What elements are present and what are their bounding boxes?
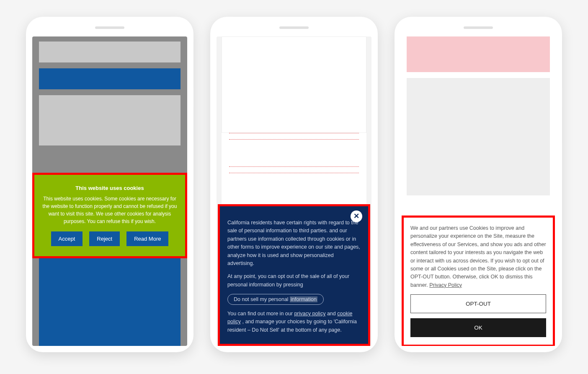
phone-side-button (562, 143, 563, 180)
privacy-banner-paragraph: At any point, you can opt out of the sal… (227, 273, 361, 289)
do-not-sell-button[interactable]: Do not sell my personal information (227, 294, 324, 305)
phone-mockup-3: We and our partners use Cookies to impro… (395, 17, 562, 352)
phone-speaker (279, 26, 309, 29)
privacy-text: and (327, 311, 337, 317)
cookie-banner-title: This website uses cookies (42, 184, 178, 192)
cookie-banner: This website uses cookies This website u… (34, 175, 185, 256)
privacy-policy-link[interactable]: privacy policy (294, 311, 325, 317)
phone-side-button (193, 88, 195, 107)
dnsmpi-label-a: Do not sell my personal (234, 296, 290, 302)
privacy-banner-paragraph: You can find out more in our privacy pol… (227, 310, 361, 334)
privacy-policy-link[interactable]: Privacy Policy (429, 282, 462, 288)
cookie-text: We and our partners use Cookies to impro… (410, 225, 546, 288)
accept-button[interactable]: Accept (51, 231, 83, 246)
reject-button[interactable]: Reject (89, 231, 120, 246)
content-placeholder (39, 95, 181, 145)
highlight-box: ✕ California residents have certain righ… (218, 204, 370, 346)
privacy-banner: ✕ California residents have certain righ… (220, 206, 368, 344)
content-placeholder (407, 36, 550, 72)
phone-mockup-2: ✕ California residents have certain righ… (210, 17, 378, 352)
phone-side-button (562, 88, 563, 107)
content-placeholder (39, 42, 181, 62)
phone-side-button (378, 143, 379, 180)
content-placeholder (229, 173, 359, 173)
phone-speaker (95, 26, 124, 29)
phone-mockup-1: This website uses cookies This website u… (26, 17, 193, 352)
cookie-banner: We and our partners use Cookies to impro… (404, 218, 553, 345)
phone-screen-3: We and our partners use Cookies to impro… (401, 36, 556, 346)
content-placeholder (39, 249, 181, 346)
content-placeholder (229, 166, 359, 167)
privacy-text: , and manage your choices by going to 'C… (227, 319, 357, 332)
cookie-banner-description: This website uses cookies. Some cookies … (42, 195, 178, 225)
cookie-banner-text: We and our partners use Cookies to impro… (410, 224, 546, 289)
highlight-box: This website uses cookies This website u… (32, 173, 187, 258)
phone-screen-1: This website uses cookies This website u… (32, 36, 187, 346)
ok-button[interactable]: OK (410, 318, 546, 337)
phone-side-button (193, 143, 195, 180)
phone-speaker (464, 26, 493, 29)
privacy-text: You can find out more in our (227, 311, 294, 317)
content-placeholder (39, 68, 181, 89)
content-placeholder (222, 36, 366, 133)
content-placeholder (229, 139, 359, 140)
cookie-banner-buttons: Accept Reject Read More (42, 231, 178, 246)
content-placeholder (407, 78, 550, 195)
privacy-banner-paragraph: California residents have certain rights… (227, 219, 361, 268)
phone-screen-2: ✕ California residents have certain righ… (217, 36, 371, 346)
highlight-box: We and our partners use Cookies to impro… (402, 216, 555, 346)
read-more-button[interactable]: Read More (126, 231, 168, 246)
phone-side-button (378, 88, 379, 107)
close-icon[interactable]: ✕ (351, 210, 362, 222)
opt-out-button[interactable]: OPT-OUT (410, 294, 546, 313)
content-placeholder (229, 133, 359, 133)
dnsmpi-label-b: information (290, 296, 317, 302)
